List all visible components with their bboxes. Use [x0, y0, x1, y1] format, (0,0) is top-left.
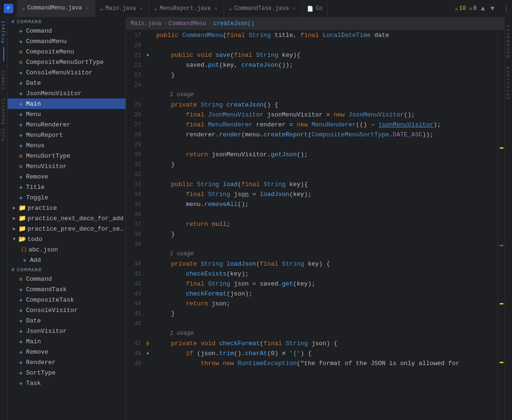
bookmarks-label[interactable]: Bookmarks [505, 21, 512, 61]
sidebar-item-practice-next-label: practice_next_deco_for_add [27, 215, 124, 222]
sidebar-item-menu[interactable]: ◈ Menu [8, 109, 126, 119]
line-41-row: 41 [126, 269, 153, 279]
sidebar-item-menureport[interactable]: ◈ MenuReport [8, 130, 126, 140]
code-line-28: renderer.render(menu.createReport(Compos… [156, 130, 498, 140]
code-line-27: final MenuRenderer renderer = new MenuRe… [156, 120, 498, 130]
sidebar-item-todo[interactable]: ▼ 📂 todo [8, 234, 126, 244]
line-31-row: 31 [126, 160, 153, 170]
sidebar-item-todo-add[interactable]: ◈ Add [8, 255, 126, 265]
tab-menureport[interactable]: ☕ MenuReport.java ✕ [149, 0, 224, 17]
line-32-row: 32 [126, 170, 153, 179]
ln-31: 31 [126, 161, 144, 168]
tab-main[interactable]: ☕ Main.java ✕ [95, 0, 149, 17]
line-46-row: 46 [126, 319, 153, 329]
scroll-down-btn[interactable]: ▼ [489, 4, 496, 13]
sidebar-item-renderer[interactable]: ◈ Renderer [8, 357, 126, 367]
sidebar-item-consolevisitor[interactable]: ◈ ConsoleVisitor [8, 305, 126, 315]
sidebar-item-jsonvisitor[interactable]: ◈ JsonVisitor [8, 326, 126, 336]
tab-commandtask[interactable]: ☕ CommandTask.java ✕ [224, 0, 302, 17]
command2-section-hash: # [11, 267, 15, 273]
sidebar-item-practice-next[interactable]: ▶ 📁 practice_next_deco_for_add [8, 213, 126, 223]
sidebar-item-menus-label: Menus [26, 142, 45, 149]
tab-main-close[interactable]: ✕ [138, 5, 144, 12]
sidebar-item-practice[interactable]: ▶ 📁 practice [8, 203, 126, 213]
tab-co[interactable]: 📄 Co [302, 0, 328, 17]
project-sidebar-label[interactable]: Project [1, 20, 6, 43]
top-bar: P ☕ CommandMenu.java ✕ ☕ Main.java ✕ ☕ M… [0, 0, 512, 17]
todo-command-icon: ⊞ [17, 275, 25, 283]
line-27-row: 27 [126, 120, 153, 130]
sidebar-item-todo-command[interactable]: ⊞ Command [8, 274, 126, 284]
code-line-20 [156, 40, 498, 50]
line-30-row: 30 [126, 150, 153, 160]
project-icon[interactable]: P [4, 4, 13, 13]
code-line-33: public String load(final String key){ [156, 179, 498, 189]
ln-26: 26 [126, 112, 144, 118]
sidebar-item-abc-json[interactable]: {} abc.json [8, 244, 126, 255]
sidebar-item-toggle[interactable]: ◈ Toggle [8, 192, 126, 203]
ln-41: 41 [126, 271, 144, 277]
ln-49: 49 [126, 360, 144, 367]
tab-commandtask-close[interactable]: ✕ [291, 5, 297, 12]
scroll-indicator-strip[interactable] [498, 30, 504, 420]
line-36-row: 36 [126, 209, 153, 219]
sidebar-item-sorttype[interactable]: ◈ SortType [8, 367, 126, 378]
sidebar-item-date[interactable]: ◈ Date [8, 78, 126, 88]
tab-commandmenu[interactable]: ☕ CommandMenu.java ✕ [17, 0, 95, 17]
line-49-row: 49 [126, 358, 153, 368]
tab-commandmenu-close[interactable]: ✕ [84, 5, 90, 11]
ln-25: 25 [126, 102, 144, 108]
pull-requests-label[interactable]: Pull Requests [1, 98, 6, 141]
sidebar-item-compositetask[interactable]: ◈ CompositeTask [8, 295, 126, 305]
sidebar-item-menus[interactable]: ◈ Menus [8, 140, 126, 151]
sidebar-item-title[interactable]: ◈ Title [8, 182, 126, 192]
editor-area: Main.java › CommandMenu › createJson() 1… [126, 17, 504, 420]
ln-23: 23 [126, 72, 144, 79]
consolemenuvisitor-icon: ◈ [17, 69, 25, 76]
code-line-21: public void save(final String key){ [156, 50, 498, 60]
sidebar-item-commandtask[interactable]: ◈ CommandTask [8, 284, 126, 295]
commit-label[interactable]: Commit [1, 70, 6, 89]
todo-chevron: ▼ [11, 236, 17, 242]
sidebar-item-consolemenuvisitor-label: ConsoleMenuVisitor [26, 69, 92, 76]
scroll-up-btn[interactable]: ▲ [479, 4, 486, 13]
sidebar-item-abc-json-label: abc.json [28, 246, 58, 253]
tabs-menu-btn[interactable]: ⋮ [501, 4, 512, 14]
sidebar-item-task[interactable]: ◈ Task [8, 378, 126, 388]
sidebar-item-practice-prev[interactable]: ▶ 📁 practice_prev_deco_for_sect [8, 223, 126, 234]
sidebar-item-compositemenu[interactable]: ⊞ CompositeMenu [8, 46, 126, 57]
sidebar-item-main2[interactable]: ◈ Main [8, 336, 126, 347]
code-line-17: public CommandMenu(final String title, f… [156, 30, 498, 40]
sidebar-item-remove[interactable]: ◈ Remove [8, 171, 126, 182]
sidebar-item-renderer-label: Renderer [26, 359, 55, 366]
breadcrumb-item-commandmenu[interactable]: CommandMenu [169, 20, 206, 27]
errors-badge[interactable]: ✕ 8 [469, 5, 476, 12]
ln-24: 24 [126, 82, 144, 89]
warnings-badge[interactable]: ⚠ 10 [455, 5, 466, 12]
breadcrumb-sep2: › [208, 20, 211, 27]
sidebar-item-command[interactable]: ◈ Command [8, 26, 126, 36]
code-line-37: return null; [156, 219, 498, 229]
commandmenu-tab-icon: ☕ [22, 5, 25, 11]
sidebar-item-main[interactable]: ◈ Main [8, 98, 126, 109]
structure-label[interactable]: Structure [505, 63, 512, 102]
sidebar-item-title-label: Title [26, 184, 45, 191]
sidebar-item-menusorttype[interactable]: ⊞ MenuSortType [8, 151, 126, 161]
sidebar-item-remove2[interactable]: ◈ Remove [8, 347, 126, 357]
sidebar-item-compositemenu-sorttype[interactable]: ⊞ CompositeMenuSortType [8, 57, 126, 67]
code-content[interactable]: public CommandMenu(final String title, f… [153, 30, 498, 420]
breadcrumb-item-main[interactable]: Main.java [131, 20, 162, 27]
sidebar-item-jsonmenuvisitor[interactable]: ◈ JsonMenuVisitor [8, 88, 126, 98]
breadcrumb-item-createjson[interactable]: createJson() [213, 20, 254, 27]
sidebar-item-menurenderer[interactable]: ◈ MenuRenderer [8, 119, 126, 130]
sidebar-item-date2[interactable]: ◈ Date [8, 315, 126, 326]
line-21-row: 21 ● [126, 50, 153, 60]
command-section-label: Command [17, 19, 42, 25]
code-line-32 [156, 170, 498, 179]
sidebar-item-menuvisitor[interactable]: ⊞ MenuVisitor [8, 161, 126, 171]
ln-45: 45 [126, 311, 144, 317]
sidebar-item-commandmenu[interactable]: ◈ CommandMenu [8, 36, 126, 46]
sidebar-item-consolemenuvisitor[interactable]: ◈ ConsoleMenuVisitor [8, 67, 126, 78]
sidebar-item-compositemenu-sorttype-label: CompositeMenuSortType [26, 59, 104, 66]
tab-menureport-close[interactable]: ✕ [213, 5, 219, 12]
